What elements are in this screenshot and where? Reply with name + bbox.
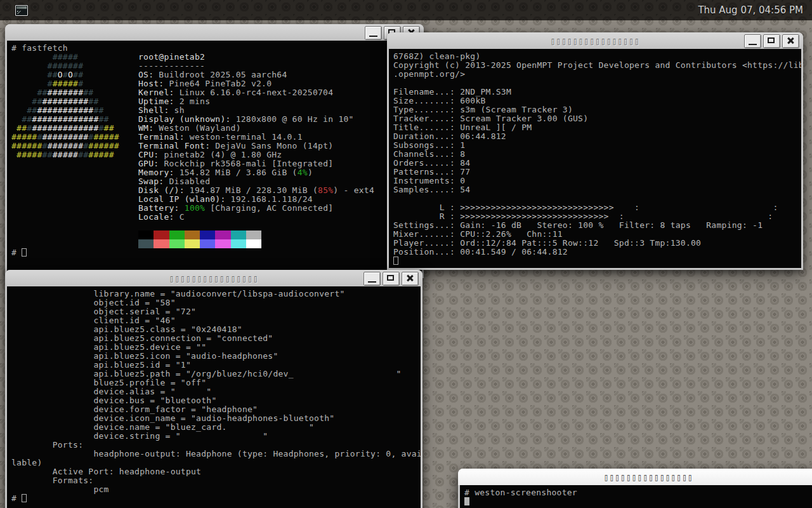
system-info-lines: root@pinetab2-------------OS: Buildroot … [138, 53, 374, 231]
maximize-button[interactable] [763, 34, 780, 48]
tux-ascii-art: ##### ####### ##O#O## ####### ##########… [11, 53, 138, 248]
pactl-titlebar[interactable]: ▯▯▯▯▯▯▯▯▯▯▯▯▯▯▯▯ [5, 270, 422, 286]
text-cursor [464, 497, 469, 505]
system-info-block: root@pinetab2-------------OS: Buildroot … [138, 53, 374, 248]
panel-clock: Thu Aug 07, 04:56 PM [698, 4, 803, 16]
fastfetch-output: ##### ####### ##O#O## ####### ##########… [11, 53, 422, 248]
openmpt-titlebar[interactable]: ▯▯▯▯▯▯▯▯▯▯▯▯▯▯▯▯ [387, 32, 803, 49]
pactl-window-title: ▯▯▯▯▯▯▯▯▯▯▯▯▯▯▯▯ [169, 272, 258, 284]
window-pactl-terminal: ▯▯▯▯▯▯▯▯▯▯▯▯▯▯▯▯ library.name = "audioco… [5, 270, 422, 508]
screenshooter-command-line: # weston-screenshooter [464, 488, 812, 497]
maximize-icon [768, 37, 775, 43]
shell-prompt-line: # [11, 494, 421, 503]
window-openmpt-terminal: ▯▯▯▯▯▯▯▯▯▯▯▯▯▯▯▯ 6768Z) clean-pkg) Copyr… [387, 32, 803, 270]
openmpt-cursor-line [393, 257, 801, 265]
terminal-launcher-icon[interactable] [15, 5, 28, 16]
text-cursor [393, 257, 398, 265]
maximize-button[interactable] [383, 272, 400, 286]
shell-prompt-line: # [11, 248, 422, 257]
close-button[interactable] [402, 272, 419, 286]
close-icon [406, 274, 414, 282]
minimize-button[interactable] [365, 26, 382, 40]
openmpt-window-title: ▯▯▯▯▯▯▯▯▯▯▯▯▯▯▯▯ [550, 35, 639, 47]
screenshooter-window-title: ▯▯▯▯▯▯▯▯▯▯▯▯▯▯▯▯ [603, 471, 693, 483]
openmpt-terminal-content[interactable]: 6768Z) clean-pkg) Copyright (c) 2013-202… [389, 49, 801, 268]
minimize-button[interactable] [744, 34, 761, 48]
ansi-palette-row-normal [138, 231, 374, 239]
openmpt-output: 6768Z) clean-pkg) Copyright (c) 2013-202… [393, 52, 801, 257]
minimize-icon [749, 44, 757, 45]
text-cursor [22, 494, 27, 502]
maximize-icon [387, 275, 394, 281]
fastfetch-terminal-content[interactable]: # fastfetch ##### ####### ##O#O## ######… [7, 41, 422, 276]
screenshooter-cursor-line [464, 497, 812, 506]
minimize-icon [368, 281, 376, 283]
minimize-button[interactable] [363, 272, 381, 286]
fastfetch-titlebar[interactable] [5, 24, 424, 41]
fastfetch-command-line: # fastfetch [11, 44, 422, 53]
close-button[interactable] [782, 34, 799, 48]
window-screenshooter-terminal: ▯▯▯▯▯▯▯▯▯▯▯▯▯▯▯▯ # weston-screenshooter [458, 469, 812, 508]
close-icon [787, 37, 794, 44]
top-panel: Thu Aug 07, 04:56 PM [0, 0, 812, 20]
pactl-terminal-content[interactable]: library.name = "audioconvert/libspa-audi… [7, 286, 421, 508]
desktop: { "panel": { "clock": "Thu Aug 07, 04:56… [0, 0, 812, 508]
screenshooter-terminal-content[interactable]: # weston-screenshooter [460, 485, 812, 508]
window-fastfetch-terminal: # fastfetch ##### ####### ##O#O## ######… [5, 24, 424, 278]
ansi-palette-row-bright [138, 239, 374, 248]
screenshooter-titlebar[interactable]: ▯▯▯▯▯▯▯▯▯▯▯▯▯▯▯▯ [458, 469, 812, 485]
minimize-icon [369, 36, 377, 37]
text-cursor [22, 248, 27, 257]
pactl-output: library.name = "audioconvert/libspa-audi… [11, 290, 421, 494]
